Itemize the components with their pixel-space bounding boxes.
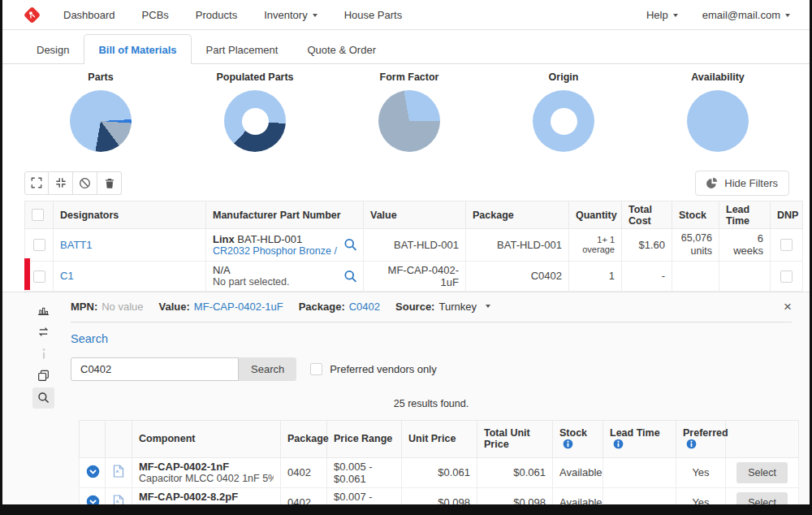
pie-chart-icon bbox=[706, 177, 718, 188]
row-error-indicator bbox=[24, 258, 30, 290]
macrofab-logo-icon[interactable] bbox=[22, 5, 42, 25]
pie-chart-populated-parts[interactable] bbox=[224, 90, 286, 152]
chart-populated-parts: Populated Parts bbox=[178, 71, 332, 165]
disable-button[interactable] bbox=[73, 171, 97, 195]
mpn-line1: N/A bbox=[213, 264, 339, 276]
select-part-button[interactable]: Select bbox=[736, 462, 788, 483]
tab-part-placement[interactable]: Part Placement bbox=[192, 34, 293, 64]
select-all-checkbox[interactable] bbox=[32, 209, 44, 221]
pie-chart-parts[interactable] bbox=[70, 90, 132, 152]
tab-bill-of-materials[interactable]: Bill of Materials bbox=[84, 34, 191, 64]
designator-link[interactable]: BATT1 bbox=[60, 239, 93, 251]
row-checkbox[interactable] bbox=[33, 239, 45, 251]
chart-origin: Origin bbox=[486, 71, 641, 165]
bom-col-quantity: Quantity bbox=[569, 201, 622, 229]
designator-link[interactable]: C1 bbox=[60, 270, 74, 282]
package-label: Package: bbox=[299, 301, 345, 313]
select-part-button[interactable]: Select bbox=[736, 492, 788, 505]
results-col-component: Component bbox=[132, 420, 281, 457]
value-cell: BAT-HLD-001 bbox=[364, 229, 466, 262]
bar-chart-icon-button[interactable] bbox=[32, 300, 54, 321]
delete-button[interactable] bbox=[97, 171, 122, 195]
lead-time-cell: 6 weeks bbox=[719, 229, 771, 262]
nav-item-inventory[interactable]: Inventory bbox=[264, 9, 317, 21]
pie-chart-form-factor[interactable] bbox=[378, 90, 440, 152]
pie-chart-availability[interactable] bbox=[687, 90, 749, 152]
bom-header-row: DesignatorsManufacturer Part NumberValue… bbox=[25, 201, 803, 229]
source-value: Turnkey bbox=[438, 301, 476, 313]
expand-result-icon[interactable] bbox=[86, 465, 100, 478]
datasheet-icon[interactable] bbox=[113, 465, 124, 478]
search-part-icon[interactable] bbox=[343, 269, 357, 283]
caret-down-icon bbox=[486, 305, 490, 308]
panel-side-toolbar bbox=[2, 292, 54, 505]
mpn-line2: No part selected. bbox=[213, 276, 339, 288]
nav-item-products[interactable]: Products bbox=[196, 9, 237, 21]
row-checkbox[interactable] bbox=[33, 270, 45, 283]
preferred-cell: Yes bbox=[676, 487, 726, 504]
hide-filters-button[interactable]: Hide Filters bbox=[695, 171, 789, 196]
lead-time-cell bbox=[603, 457, 676, 487]
hide-filters-label: Hide Filters bbox=[724, 177, 778, 189]
bom-col-stock: Stock bbox=[672, 201, 719, 229]
results-header-row: ComponentPackagePrice RangeUnit PriceTot… bbox=[80, 420, 799, 457]
user-nav: Helpemail@mail.com bbox=[622, 9, 790, 21]
close-panel-button[interactable]: × bbox=[784, 300, 792, 314]
info-icon[interactable] bbox=[563, 439, 573, 449]
expand-button[interactable] bbox=[24, 171, 49, 195]
nav-item-email-mail-com[interactable]: email@mail.com bbox=[702, 9, 790, 21]
expand-result-icon[interactable] bbox=[86, 495, 100, 505]
info-icon[interactable] bbox=[613, 439, 624, 449]
nav-item-help[interactable]: Help bbox=[646, 9, 678, 21]
chart-title: Populated Parts bbox=[178, 71, 332, 83]
part-search-button[interactable]: Search bbox=[239, 357, 296, 381]
component-description: Capacitor MLCC 0402 8.2pF +/-0.25pF 25 bbox=[139, 503, 274, 504]
pie-chart-origin[interactable] bbox=[533, 90, 594, 152]
source-dropdown[interactable]: Source: Turnkey bbox=[395, 301, 490, 313]
search-section-link[interactable]: Search bbox=[71, 332, 108, 345]
part-search-input[interactable] bbox=[71, 357, 239, 381]
package-link[interactable]: C0402 bbox=[349, 301, 380, 313]
stock-cell bbox=[672, 261, 719, 291]
bom-row-error: C1N/ANo part selected.MF-CAP-0402-1uFC04… bbox=[25, 261, 803, 291]
nav-item-house-parts[interactable]: House Parts bbox=[344, 9, 403, 21]
tab-quote-order[interactable]: Quote & Order bbox=[292, 34, 391, 64]
value-link[interactable]: MF-CAP-0402-1uF bbox=[194, 301, 283, 313]
dnp-checkbox[interactable] bbox=[780, 239, 793, 251]
panel-divider bbox=[71, 322, 792, 322]
bom-row: BATT1Linx BAT-HLD-001CR2032 Phosphor Bro… bbox=[25, 229, 803, 262]
search-icon-button[interactable] bbox=[32, 387, 54, 409]
preferred-vendors-checkbox[interactable] bbox=[310, 363, 322, 375]
component-name: MF-CAP-0402-8.2pF bbox=[139, 491, 274, 503]
datasheet-icon[interactable] bbox=[113, 495, 124, 504]
stock-cell: Available bbox=[553, 487, 603, 504]
lead-time-cell bbox=[603, 487, 676, 504]
part-detail-panel: MPN: No value Value: MF-CAP-0402-1uF Pac… bbox=[2, 292, 810, 505]
search-results-table: ComponentPackagePrice RangeUnit PriceTot… bbox=[79, 420, 799, 505]
bom-table: DesignatorsManufacturer Part NumberValue… bbox=[24, 201, 803, 292]
swap-icon-button[interactable] bbox=[32, 322, 54, 343]
mpn-value: No value bbox=[102, 301, 143, 313]
chart-title: Form Factor bbox=[332, 71, 486, 83]
nav-item-dashboard[interactable]: Dashboard bbox=[63, 9, 115, 21]
results-col-price-range: Price Range bbox=[327, 420, 402, 457]
value-label: Value: bbox=[159, 301, 190, 313]
part-detail-link[interactable]: CR2032 Phosphor Bronze / Nickel Plat bbox=[213, 245, 339, 257]
price-range-cell: $0.005 - $0.061 bbox=[327, 457, 402, 487]
donut-hole bbox=[551, 108, 577, 135]
copy-icon-button[interactable] bbox=[32, 366, 54, 387]
search-part-icon[interactable] bbox=[343, 238, 357, 252]
total-unit-price-cell: $0.061 bbox=[477, 457, 553, 487]
info-icon[interactable] bbox=[686, 439, 697, 449]
nav-item-pcbs[interactable]: PCBs bbox=[142, 9, 169, 21]
bom-col-value: Value bbox=[364, 201, 466, 229]
mpn-line1: Linx BAT-HLD-001 bbox=[213, 233, 339, 245]
results-col-stock: Stock bbox=[553, 420, 603, 457]
dnp-checkbox[interactable] bbox=[780, 270, 793, 283]
chart-title: Origin bbox=[486, 71, 641, 83]
tab-design[interactable]: Design bbox=[22, 34, 84, 64]
chart-parts: Parts bbox=[24, 71, 178, 165]
preferred-vendors-filter[interactable]: Preferred vendors only bbox=[310, 363, 437, 375]
info-icon-button[interactable] bbox=[32, 344, 54, 365]
collapse-button[interactable] bbox=[49, 171, 73, 195]
